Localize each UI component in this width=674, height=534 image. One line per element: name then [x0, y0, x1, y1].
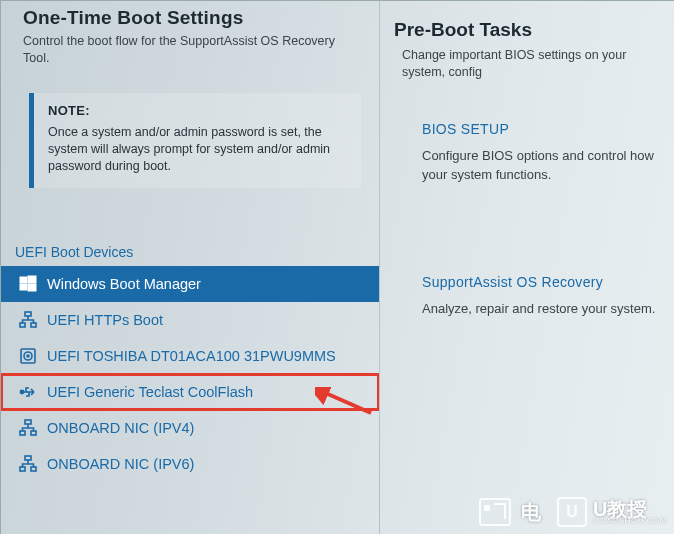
- boot-device-network-5[interactable]: ONBOARD NIC (IPV6): [1, 446, 379, 482]
- svg-rect-16: [31, 467, 36, 471]
- boot-device-network-1[interactable]: UEFI HTTPs Boot: [1, 302, 379, 338]
- svg-rect-4: [25, 312, 31, 316]
- network-icon: [19, 455, 37, 473]
- svg-rect-0: [20, 277, 27, 283]
- watermark-brand-2-sub: UJIAOSHOU.COM: [593, 517, 667, 525]
- disk-icon: [19, 347, 37, 365]
- note-label: NOTE:: [48, 103, 349, 118]
- boot-device-network-4[interactable]: ONBOARD NIC (IPV4): [1, 410, 379, 446]
- network-icon: [19, 419, 37, 437]
- svg-rect-2: [20, 284, 27, 290]
- boot-device-list: Windows Boot ManagerUEFI HTTPs BootUEFI …: [1, 266, 379, 482]
- watermark-logo-2-icon: U: [557, 497, 587, 527]
- boot-device-label: UEFI Generic Teclast CoolFlash: [47, 384, 253, 400]
- network-icon: [19, 311, 37, 329]
- task-header-1[interactable]: SupportAssist OS Recovery: [380, 184, 674, 296]
- svg-rect-12: [20, 431, 25, 435]
- svg-rect-11: [25, 420, 31, 424]
- boot-device-disk-2[interactable]: UEFI TOSHIBA DT01ACA100 31PWU9MMS: [1, 338, 379, 374]
- boot-device-label: UEFI HTTPs Boot: [47, 312, 163, 328]
- svg-rect-5: [20, 323, 25, 327]
- watermark-logo-1-icon: [479, 498, 511, 526]
- task-header-0[interactable]: BIOS SETUP: [380, 81, 674, 143]
- boot-device-usb-3[interactable]: UEFI Generic Teclast CoolFlash: [1, 374, 379, 410]
- windows-icon: [19, 275, 37, 293]
- boot-device-label: ONBOARD NIC (IPV6): [47, 456, 194, 472]
- pre-boot-tasks-panel: Pre-Boot Tasks Change important BIOS set…: [379, 1, 674, 534]
- svg-rect-6: [31, 323, 36, 327]
- watermark: 电 U U教授 UJIAOSHOU.COM: [479, 497, 667, 527]
- note-box: NOTE: Once a system and/or admin passwor…: [29, 93, 361, 189]
- task-desc-0: Configure BIOS options and control how y…: [380, 143, 674, 185]
- page-title-right: Pre-Boot Tasks: [380, 1, 674, 47]
- svg-rect-15: [20, 467, 25, 471]
- svg-rect-14: [25, 456, 31, 460]
- svg-rect-13: [31, 431, 36, 435]
- boot-device-label: Windows Boot Manager: [47, 276, 201, 292]
- note-text: Once a system and/or admin password is s…: [48, 124, 349, 175]
- page-title-left: One-Time Boot Settings: [1, 1, 379, 33]
- svg-rect-1: [28, 276, 36, 283]
- svg-point-9: [27, 355, 29, 357]
- boot-device-windows-0[interactable]: Windows Boot Manager: [1, 266, 379, 302]
- boot-device-label: ONBOARD NIC (IPV4): [47, 420, 194, 436]
- svg-rect-3: [28, 284, 36, 291]
- boot-device-label: UEFI TOSHIBA DT01ACA100 31PWU9MMS: [47, 348, 336, 364]
- task-desc-1: Analyze, repair and restore your system.: [380, 296, 674, 319]
- page-subtitle-right: Change important BIOS settings on your s…: [380, 47, 674, 81]
- page-subtitle-left: Control the boot flow for the SupportAss…: [1, 33, 379, 67]
- one-time-boot-panel: One-Time Boot Settings Control the boot …: [1, 1, 379, 534]
- usb-icon: [19, 383, 37, 401]
- uefi-boot-devices-header: UEFI Boot Devices: [1, 188, 379, 266]
- watermark-brand-1: 电: [521, 502, 541, 522]
